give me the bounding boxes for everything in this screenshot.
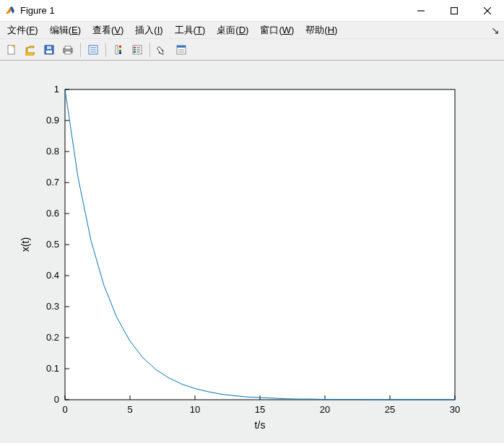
ytick-label: 0.8 [46,146,59,157]
xtick-label: 30 [450,404,460,415]
ytick-label: 0.1 [46,363,59,374]
print-button[interactable] [59,41,77,58]
svg-rect-19 [134,47,136,48]
xtick-label: 15 [255,404,265,415]
titlebar: Figure 1 [0,0,504,22]
toolbar-separator [149,43,150,57]
menu-tools[interactable]: 工具(T) [170,22,210,38]
svg-rect-8 [47,46,51,49]
ytick-label: 0.9 [46,115,59,126]
xtick-label: 5 [127,404,132,415]
open-property-editor-button[interactable] [173,41,190,58]
xtick-label: 0 [62,404,67,415]
xtick-label: 10 [190,404,200,415]
ytick-label: 0.3 [46,301,59,312]
svg-rect-17 [119,52,121,54]
ytick-label: 0.6 [46,208,59,219]
edit-plot-button[interactable] [154,41,171,58]
window-title: Figure 1 [20,5,55,16]
ytick-label: 0.5 [46,239,59,250]
maximize-button[interactable] [438,0,471,22]
menu-window[interactable]: 窗口(W) [256,22,298,38]
menu-file[interactable]: 文件(F) [3,22,43,38]
close-button[interactable] [471,0,504,22]
menu-help[interactable]: 帮助(H) [301,22,342,38]
ylabel: x(t) [19,237,31,252]
toolbar [0,39,504,61]
xtick-label: 20 [320,404,330,415]
svg-rect-13 [116,45,118,54]
svg-rect-14 [119,45,121,48]
svg-rect-26 [177,45,186,48]
ytick-label: 0.4 [46,270,59,281]
ytick-label: 0.2 [46,332,59,343]
svg-rect-15 [119,48,121,50]
insert-legend-button[interactable] [129,41,146,58]
toolbar-separator [80,43,81,57]
menu-view[interactable]: 查看(V) [88,22,128,38]
menu-edit[interactable]: 编辑(E) [45,22,85,38]
menubar: 文件(F) 编辑(E) 查看(V) 插入(I) 工具(T) 桌面(D) 窗口(W… [0,22,504,39]
menu-insert[interactable]: 插入(I) [131,22,167,38]
axes[interactable]: 05101520253000.10.20.30.40.50.60.70.80.9… [0,61,504,443]
save-button[interactable] [40,41,58,58]
menu-desktop[interactable]: 桌面(D) [212,22,253,38]
open-button[interactable] [22,41,39,58]
toolbar-separator [105,43,106,57]
svg-rect-11 [65,51,71,54]
matlab-figure-icon [4,5,16,17]
ytick-label: 0.7 [46,177,59,188]
svg-rect-1 [451,7,458,14]
insert-colorbar-button[interactable] [110,41,127,58]
svg-rect-20 [134,49,136,51]
svg-rect-21 [134,51,136,53]
xlabel: t/s [255,419,266,431]
svg-rect-10 [65,46,71,49]
menu-overflow-icon[interactable]: ↘ [491,25,500,36]
figure-canvas[interactable]: 05101520253000.10.20.30.40.50.60.70.80.9… [0,61,504,443]
minimize-button[interactable] [404,0,438,22]
link-button[interactable] [84,41,102,58]
axes-box [65,89,455,400]
svg-rect-7 [46,51,52,53]
new-figure-button[interactable] [3,41,20,58]
xtick-label: 25 [385,404,395,415]
svg-rect-16 [119,50,121,52]
ytick-label: 0 [54,394,59,405]
ytick-label: 1 [54,84,59,95]
